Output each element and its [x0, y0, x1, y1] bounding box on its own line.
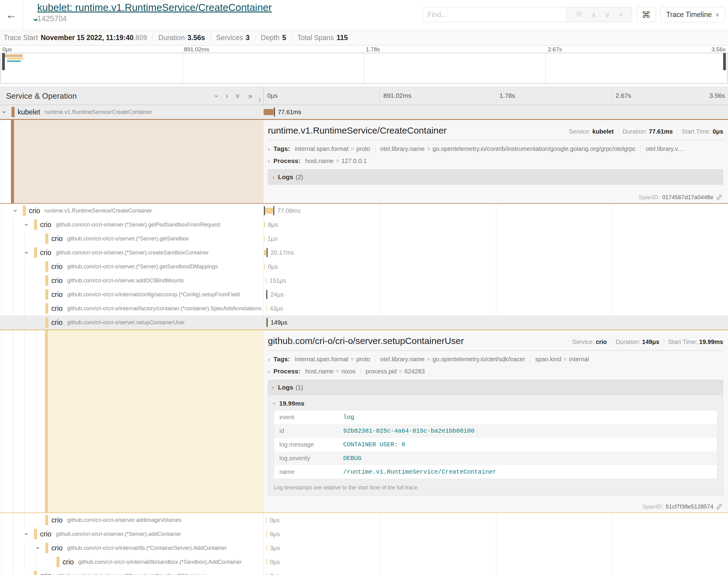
service-name: crio	[40, 530, 51, 538]
minimap-left-handle[interactable]	[2, 53, 5, 70]
trace-view-label: Trace Timeline	[666, 11, 712, 19]
span-row-timeline-cell[interactable]: 0μs	[264, 513, 728, 527]
tree-rail	[24, 301, 25, 315]
span-row-timeline-cell[interactable]: 1μs	[264, 232, 728, 246]
tree-rail	[2, 274, 2, 288]
tick-divider	[379, 87, 380, 105]
span-row-timeline-cell[interactable]: 6μs	[264, 527, 728, 541]
span-duration-bar	[264, 249, 266, 256]
span-detail-crio: github.com/cri-o/cri-o/server.setupConta…	[0, 329, 728, 513]
find-clear-icon[interactable]: ×	[619, 11, 623, 18]
span-row-timeline-cell[interactable]: 149μs	[264, 315, 728, 329]
operation-name: github.com/cri-o/cri-o/internal/config/s…	[67, 292, 240, 298]
timeline-gridline	[496, 513, 496, 527]
back-button[interactable]: ←	[0, 0, 23, 30]
span-row[interactable]: ›kubeletruntime.v1.RuntimeService/Create…	[0, 105, 728, 119]
span-row[interactable]: criogithub.com/cri-o/cri-o/internal/lib/…	[0, 555, 728, 569]
expand-one-icon[interactable]: ›	[226, 92, 228, 100]
tags-accordion[interactable]: › Tags: internal.span.format=protootel.l…	[268, 356, 723, 363]
expand-all-icon[interactable]: »	[248, 92, 253, 100]
link-icon[interactable]	[716, 503, 723, 510]
operation-name: github.com/cri-o/cri-o/server.addOCIBind…	[67, 277, 184, 284]
service-color-bar	[34, 571, 37, 575]
span-row-timeline-cell[interactable]: 3μs	[264, 541, 728, 555]
span-expand-chevron-icon[interactable]: ›	[34, 547, 41, 549]
tag-separator	[530, 356, 530, 363]
find-input[interactable]	[423, 7, 566, 22]
trace-title-link[interactable]: kubelet: runtime.v1.RuntimeService/Creat…	[37, 2, 272, 13]
find-next-icon[interactable]: ∨	[605, 11, 610, 18]
span-expand-chevron-icon[interactable]: ›	[12, 209, 19, 212]
summary-value: 115	[336, 34, 348, 42]
span-row[interactable]: ›crioruntime.v1.RuntimeService/CreateCon…	[0, 204, 728, 218]
log-field-value: 92b82381-025c-4a64-815c-ba2e1bb08100	[343, 428, 474, 434]
focus-match-icon[interactable]	[575, 10, 583, 19]
span-row-timeline-cell[interactable]: 77.61ms	[264, 105, 728, 119]
span-row[interactable]: criogithub.com/cri-o/cri-o/server.(*Serv…	[0, 569, 728, 575]
trace-view-selector[interactable]: Trace Timeline ∨	[661, 7, 725, 22]
minimap-right-handle[interactable]	[723, 53, 726, 70]
tree-rail	[13, 301, 13, 315]
minimap-canvas[interactable]	[1, 53, 727, 84]
tag-item: process.pid=624283	[366, 368, 425, 375]
find-prev-icon[interactable]: ∧	[591, 11, 596, 18]
span-row-timeline-cell[interactable]: 24μs	[264, 288, 728, 301]
collapse-all-icon[interactable]: »	[234, 94, 242, 98]
span-duration-label: 6μs	[270, 531, 280, 538]
process-accordion[interactable]: › Process: host.name=nixosprocess.pid=62…	[268, 368, 723, 375]
span-expand-chevron-icon[interactable]: ›	[23, 533, 30, 535]
span-row-labels: kubeletruntime.v1.RuntimeService/CreateC…	[18, 105, 152, 119]
app-header: ← › kubelet: runtime.v1.RuntimeService/C…	[0, 0, 728, 30]
tag-equals: =	[399, 368, 402, 375]
collapse-one-icon[interactable]: ›	[212, 95, 220, 97]
logs-accordion[interactable]: › Logs (1)	[268, 380, 723, 395]
service-name: crio	[40, 249, 51, 257]
tag-key: otel.library.v…	[646, 145, 684, 153]
keyboard-shortcuts-button[interactable]: ⌘	[637, 7, 656, 22]
span-row[interactable]: ›criogithub.com/cri-o/cri-o/internal/lib…	[0, 541, 728, 555]
span-row-timeline-cell[interactable]: 20.17ms	[264, 246, 728, 260]
tags-accordion[interactable]: › Tags: internal.span.format=protootel.l…	[268, 145, 723, 153]
span-row-timeline-cell[interactable]: 151μs	[264, 274, 728, 288]
trace-collapse-chevron-icon[interactable]: ›	[21, 18, 41, 22]
span-row[interactable]: criogithub.com/cri-o/cri-o/server.(*Serv…	[0, 260, 728, 274]
span-row[interactable]: criogithub.com/cri-o/cri-o/internal/fact…	[0, 301, 728, 315]
span-row[interactable]: ›criogithub.com/cri-o/cri-o/server.(*Ser…	[0, 246, 728, 260]
service-name: crio	[40, 572, 51, 575]
process-accordion[interactable]: › Process: host.name=127.0.0.1	[268, 157, 723, 165]
span-expand-chevron-icon[interactable]: ›	[23, 224, 30, 226]
logs-accordion[interactable]: › Logs (2)	[268, 169, 723, 184]
span-row[interactable]: ›criogithub.com/cri-o/cri-o/server.(*Ser…	[0, 527, 728, 541]
span-row[interactable]: criogithub.com/cri-o/cri-o/internal/conf…	[0, 288, 728, 301]
tag-equals: =	[427, 145, 430, 153]
span-row[interactable]: criogithub.com/cri-o/cri-o/server.setupC…	[0, 315, 728, 329]
chevron-down-icon: ∨	[716, 11, 719, 18]
span-row-timeline-cell[interactable]: 0μs	[264, 555, 728, 569]
minimap-gridline	[545, 53, 546, 83]
chevron-right-icon: ›	[268, 369, 270, 374]
span-detail-panel: runtime.v1.RuntimeService/CreateContaine…	[264, 120, 728, 203]
span-row-timeline-cell[interactable]: 0μs	[264, 260, 728, 274]
timeline-tick-label: 2.67s	[548, 46, 562, 53]
column-splitter-grip[interactable]: ‖	[259, 97, 261, 104]
span-row-timeline-cell[interactable]: 0μs	[264, 569, 728, 575]
span-duration-label: 151μs	[269, 277, 286, 284]
tag-item: host.name=nixos	[305, 368, 356, 375]
span-expand-chevron-icon[interactable]: ›	[23, 251, 30, 254]
summary-value: 3.56s	[188, 34, 205, 42]
log-entry-accordion[interactable]: › 19.99ms	[272, 397, 719, 410]
tag-key: internal.span.format	[295, 145, 349, 153]
span-row-timeline-cell[interactable]: 43μs	[264, 301, 728, 315]
operation-name: github.com/cri-o/cri-o/server.(*Server).…	[56, 222, 220, 228]
span-row[interactable]: criogithub.com/cri-o/cri-o/server.addIma…	[0, 513, 728, 527]
span-expand-chevron-icon[interactable]: ›	[1, 111, 8, 113]
span-row-timeline-cell[interactable]: 8μs	[264, 218, 728, 232]
link-icon[interactable]	[716, 194, 723, 201]
span-row[interactable]: criogithub.com/cri-o/cri-o/server.addOCI…	[0, 274, 728, 288]
span-row[interactable]: criogithub.com/cri-o/cri-o/server.(*Serv…	[0, 232, 728, 246]
span-row[interactable]: ›criogithub.com/cri-o/cri-o/server.(*Ser…	[0, 218, 728, 232]
tag-item: span.kind=internal	[535, 356, 589, 363]
span-row-timeline-cell[interactable]: 77.08ms	[264, 204, 728, 218]
tag-value: go.opentelemetry.io/otel/sdk/tracer	[432, 356, 525, 363]
span-detail-stats: Service: kubelet Duration: 77.61ms Start…	[569, 128, 723, 135]
